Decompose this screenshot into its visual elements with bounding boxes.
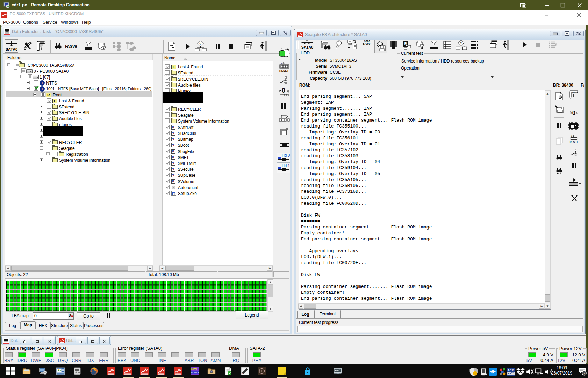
svg-text:0: 0 — [282, 87, 285, 94]
svg-text:HEX: HEX — [191, 368, 198, 371]
svg-text:7: 7 — [583, 371, 585, 375]
svg-text:0110 1: 0110 1 — [572, 92, 578, 94]
svg-text:?: ? — [460, 41, 462, 45]
svg-text:RESET: RESET — [279, 69, 289, 72]
svg-text:?: ? — [199, 42, 201, 46]
svg-text:1: 1 — [571, 135, 572, 137]
svg-text:0: 0 — [572, 110, 575, 116]
svg-text:EDITOR: EDITOR — [191, 371, 199, 374]
svg-text:RESET: RESET — [570, 141, 578, 143]
svg-text:ACE: ACE — [507, 369, 514, 372]
